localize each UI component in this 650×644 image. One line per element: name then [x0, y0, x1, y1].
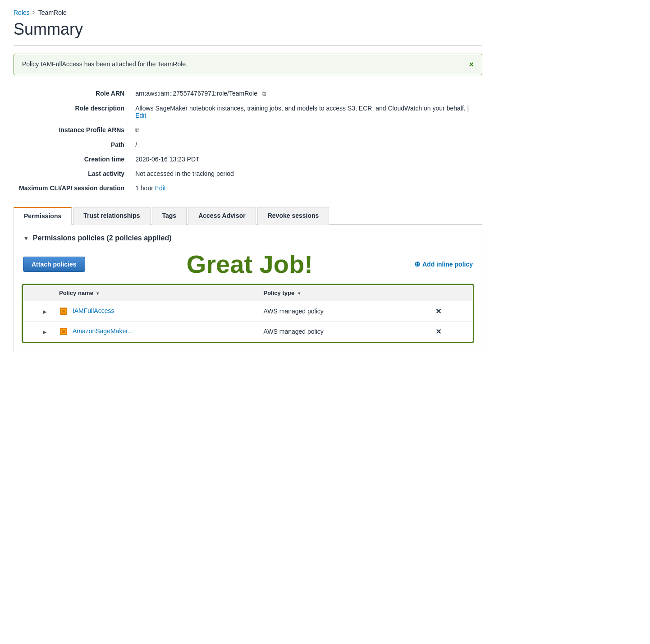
- page-title: Summary: [14, 20, 482, 39]
- row2-policy-name-link[interactable]: AmazonSageMaker...: [73, 327, 133, 335]
- breadcrumb-current: TeamRole: [38, 9, 67, 16]
- row1-remove-icon[interactable]: ✕: [435, 308, 441, 315]
- table-row: ▶ AmazonSageMaker... AWS managed policy: [23, 322, 473, 342]
- row2-policy-icon: [59, 327, 68, 336]
- expand-col-header: [37, 285, 53, 301]
- path-value: /: [130, 138, 482, 152]
- row1-remove[interactable]: ✕: [429, 301, 473, 322]
- policy-name-sort-icon: ▾: [96, 291, 99, 296]
- role-description-row: Role description Allows SageMaker notebo…: [14, 101, 482, 123]
- policy-type-sort-icon: ▾: [298, 291, 300, 296]
- creation-time-label: Creation time: [14, 152, 130, 166]
- max-duration-value: 1 hour: [135, 184, 153, 192]
- max-duration-edit-link[interactable]: Edit: [155, 184, 166, 192]
- great-job-text: Great Job!: [85, 249, 414, 279]
- breadcrumb: Roles > TeamRole: [14, 9, 482, 16]
- policies-table-body: ▶ IAMFullAccess AWS managed policy: [23, 301, 473, 342]
- creation-time-value: 2020-06-16 13:23 PDT: [130, 152, 482, 166]
- policies-table: Policy name ▾ Policy type ▾ ▶: [23, 285, 473, 342]
- row1-checkbox: [23, 301, 37, 322]
- policies-table-header: Policy name ▾ Policy type ▾: [23, 285, 473, 301]
- success-banner: Policy IAMFullAccess has been attached f…: [14, 54, 482, 75]
- policies-toolbar: Attach policies Great Job! ⊕ Add inline …: [23, 249, 473, 279]
- success-banner-text: Policy IAMFullAccess has been attached f…: [22, 60, 188, 68]
- add-inline-plus-icon: ⊕: [414, 260, 420, 268]
- path-label: Path: [14, 138, 130, 152]
- row2-remove-icon[interactable]: ✕: [435, 328, 441, 336]
- policies-table-container: Policy name ▾ Policy type ▾ ▶: [23, 285, 473, 342]
- policy-type-header[interactable]: Policy type ▾: [257, 285, 429, 301]
- row1-expand-icon: ▶: [43, 309, 46, 314]
- path-row: Path /: [14, 138, 482, 152]
- policy-name-header[interactable]: Policy name ▾: [53, 285, 257, 301]
- last-activity-label: Last activity: [14, 166, 130, 181]
- tabs-container: Permissions Trust relationships Tags Acc…: [14, 206, 482, 351]
- instance-profile-row: Instance Profile ARNs ⧉: [14, 123, 482, 138]
- row2-policy-name-cell: AmazonSageMaker...: [53, 322, 257, 342]
- tab-trust-relationships[interactable]: Trust relationships: [73, 207, 150, 225]
- title-divider: [14, 45, 482, 46]
- row2-policy-type: AWS managed policy: [257, 322, 429, 342]
- tab-tags[interactable]: Tags: [152, 207, 187, 225]
- max-duration-label: Maximum CLI/API session duration: [14, 181, 130, 195]
- remove-col-header: [429, 285, 473, 301]
- checkbox-col-header: [23, 285, 37, 301]
- tab-revoke-sessions[interactable]: Revoke sessions: [257, 207, 330, 225]
- breadcrumb-roles-link[interactable]: Roles: [14, 9, 30, 16]
- collapse-icon[interactable]: ▼: [23, 235, 29, 242]
- permissions-section-title: Permissions policies (2 policies applied…: [33, 234, 172, 242]
- add-inline-policy-link[interactable]: ⊕ Add inline policy: [414, 260, 473, 268]
- svg-rect-5: [62, 330, 65, 333]
- row2-remove[interactable]: ✕: [429, 322, 473, 342]
- role-description-label: Role description: [14, 101, 130, 123]
- permissions-header: ▼ Permissions policies (2 policies appli…: [23, 234, 473, 242]
- row2-expand[interactable]: ▶: [37, 322, 53, 342]
- row1-policy-icon: [59, 307, 68, 316]
- role-arn-copy-icon[interactable]: ⧉: [262, 90, 266, 97]
- tab-permissions[interactable]: Permissions: [14, 207, 72, 225]
- instance-profile-copy-icon[interactable]: ⧉: [135, 127, 139, 134]
- role-description-separator: |: [467, 105, 469, 112]
- row2-checkbox: [23, 322, 37, 342]
- banner-close-button[interactable]: ×: [469, 60, 474, 69]
- tab-access-advisor[interactable]: Access Advisor: [188, 207, 256, 225]
- table-row: ▶ IAMFullAccess AWS managed policy: [23, 301, 473, 322]
- max-duration-row: Maximum CLI/API session duration 1 hour …: [14, 181, 482, 195]
- breadcrumb-separator: >: [32, 9, 36, 16]
- row1-policy-name-link[interactable]: IAMFullAccess: [73, 307, 114, 314]
- add-inline-policy-label: Add inline policy: [422, 261, 473, 268]
- attach-policies-button[interactable]: Attach policies: [23, 257, 85, 272]
- tabs: Permissions Trust relationships Tags Acc…: [14, 206, 482, 225]
- tab-content-permissions: ▼ Permissions policies (2 policies appli…: [14, 225, 482, 351]
- last-activity-row: Last activity Not accessed in the tracki…: [14, 166, 482, 181]
- instance-profile-label: Instance Profile ARNs: [14, 123, 130, 138]
- role-arn-row: Role ARN arn:aws:iam::275574767971:role/…: [14, 86, 482, 101]
- row2-expand-icon: ▶: [43, 329, 46, 335]
- details-table: Role ARN arn:aws:iam::275574767971:role/…: [14, 86, 482, 195]
- role-arn-value: arn:aws:iam::275574767971:role/TeamRole: [135, 90, 257, 97]
- row1-expand[interactable]: ▶: [37, 301, 53, 322]
- last-activity-value: Not accessed in the tracking period: [130, 166, 482, 181]
- role-description-value: Allows SageMaker notebook instances, tra…: [135, 105, 466, 112]
- role-arn-label: Role ARN: [14, 86, 130, 101]
- svg-rect-2: [62, 310, 65, 313]
- creation-time-row: Creation time 2020-06-16 13:23 PDT: [14, 152, 482, 166]
- role-description-edit-link[interactable]: Edit: [135, 112, 146, 119]
- row1-policy-name-cell: IAMFullAccess: [53, 301, 257, 322]
- row1-policy-type: AWS managed policy: [257, 301, 429, 322]
